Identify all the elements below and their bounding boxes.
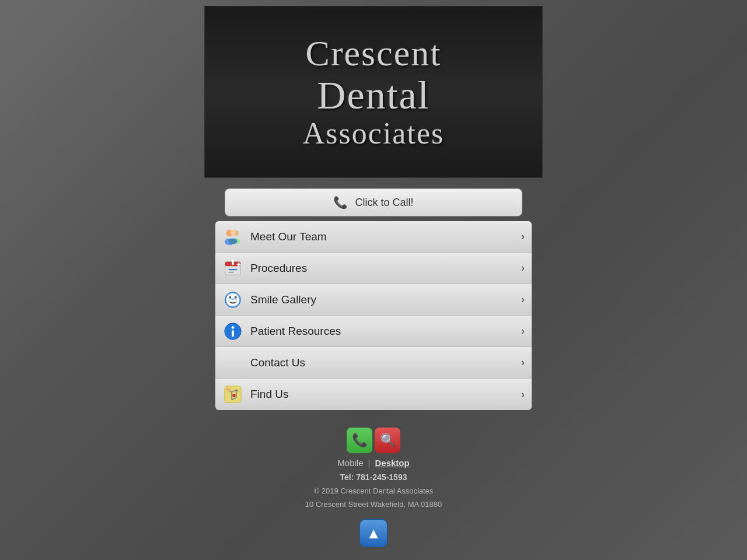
tel-label: Tel:: [340, 473, 354, 482]
tel-number: 781-245-1593: [356, 473, 407, 482]
svg-point-4: [230, 229, 235, 235]
svg-point-27: [228, 388, 228, 388]
logo-line2: Dental: [303, 74, 444, 117]
svg-point-25: [232, 394, 236, 397]
smile-gallery-chevron: ›: [521, 293, 525, 306]
svg-point-19: [229, 296, 231, 298]
patient-resources-chevron: ›: [521, 325, 525, 337]
meet-team-label: Meet Our Team: [250, 230, 521, 243]
call-label: Click to Call!: [355, 197, 413, 209]
svg-rect-12: [238, 262, 239, 267]
nav-item-contact-us[interactable]: Contact Us ›: [215, 347, 532, 379]
logo-line1: Crescent: [303, 33, 444, 73]
svg-point-5: [228, 238, 237, 243]
svg-rect-9: [228, 268, 237, 270]
find-us-chevron: ›: [521, 388, 525, 401]
svg-point-26: [226, 387, 231, 391]
logo-text: Crescent Dental Associates: [303, 33, 444, 150]
footer-address: 10 Crescent Street Wakefield, MA 01880: [305, 500, 442, 509]
svg-rect-8: [232, 259, 234, 264]
contact-us-chevron: ›: [521, 356, 525, 369]
mobile-link[interactable]: Mobile: [337, 458, 363, 468]
find-us-icon: [222, 384, 243, 405]
footer-call-button[interactable]: 📞: [347, 428, 372, 453]
nav-item-patient-resources[interactable]: Patient Resources ›: [215, 316, 532, 347]
footer-tel: Tel: 781-245-1593: [340, 473, 407, 482]
footer-links: Mobile | Desktop: [337, 458, 409, 468]
meet-team-chevron: ›: [521, 230, 525, 243]
nav-item-meet-team[interactable]: Meet Our Team ›: [215, 221, 532, 253]
call-button[interactable]: 📞 Click to Call!: [225, 188, 522, 216]
nav-menu: Meet Our Team › Procedures ›: [215, 221, 532, 410]
footer-section: 📞 🔍 Mobile | Desktop Tel: 781-245-1593 ©…: [305, 428, 442, 509]
logo-container: Crescent Dental Associates: [204, 6, 543, 178]
info-icon: [222, 321, 243, 342]
svg-rect-10: [228, 271, 233, 272]
contact-us-label: Contact Us: [250, 356, 521, 369]
team-icon: [222, 226, 243, 247]
contact-icon-placeholder: [222, 352, 243, 373]
back-to-top-button[interactable]: ▲: [359, 519, 388, 547]
patient-resources-label: Patient Resources: [250, 325, 521, 338]
nav-item-find-us[interactable]: Find Us ›: [215, 379, 532, 410]
nav-item-smile-gallery[interactable]: Smile Gallery ›: [215, 284, 532, 316]
desktop-link[interactable]: Desktop: [375, 458, 409, 468]
procedures-label: Procedures: [250, 262, 521, 275]
logo-line3: Associates: [303, 117, 444, 150]
nav-item-procedures[interactable]: Procedures ›: [215, 253, 532, 284]
smile-gallery-label: Smile Gallery: [250, 293, 521, 306]
procedures-icon: [222, 258, 243, 279]
svg-point-22: [232, 326, 235, 329]
footer-separator: |: [368, 458, 371, 468]
find-us-label: Find Us: [250, 388, 521, 401]
phone-icon: 📞: [333, 195, 348, 209]
procedures-chevron: ›: [521, 262, 525, 274]
footer-buttons: 📞 🔍: [347, 428, 400, 453]
smile-icon: [222, 289, 243, 310]
svg-point-20: [235, 296, 237, 298]
footer-search-button[interactable]: 🔍: [375, 428, 400, 453]
footer-copyright: © 2019 Crescent Dental Associates: [314, 487, 434, 495]
svg-point-28: [229, 388, 229, 388]
svg-rect-23: [232, 330, 234, 337]
